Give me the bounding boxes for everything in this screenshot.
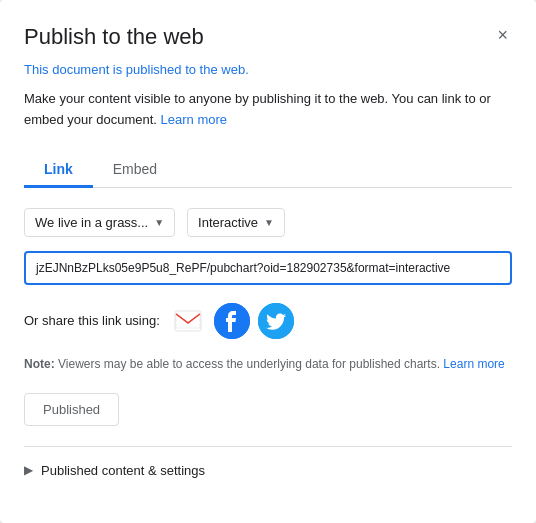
publish-to-web-dialog: Publish to the web × This document is pu… <box>0 0 536 523</box>
settings-label: Published content & settings <box>41 463 205 478</box>
note-learn-more[interactable]: Learn more <box>443 357 504 371</box>
facebook-share-button[interactable] <box>214 303 250 339</box>
dialog-header: Publish to the web × <box>24 24 512 50</box>
sheet-dropdown-arrow-icon: ▼ <box>154 217 164 228</box>
note-text: Note: Viewers may be able to access the … <box>24 355 512 373</box>
close-button[interactable]: × <box>493 24 512 46</box>
published-status: This document is published to the web. <box>24 62 512 77</box>
tab-embed[interactable]: Embed <box>93 151 177 187</box>
note-label: Note: <box>24 357 55 371</box>
format-dropdown-arrow-icon: ▼ <box>264 217 274 228</box>
description-text: Make your content visible to anyone by p… <box>24 89 512 131</box>
description-learn-more[interactable]: Learn more <box>161 112 227 127</box>
settings-arrow-icon: ▶ <box>24 463 33 477</box>
dialog-title: Publish to the web <box>24 24 204 50</box>
tabs-container: Link Embed <box>24 151 512 188</box>
format-dropdown[interactable]: Interactive ▼ <box>187 208 285 237</box>
divider <box>24 446 512 447</box>
share-icons-container <box>170 303 294 339</box>
format-dropdown-label: Interactive <box>198 215 258 230</box>
sheet-dropdown-label: We live in a grass... <box>35 215 148 230</box>
share-label: Or share this link using: <box>24 313 160 328</box>
share-section: Or share this link using: <box>24 303 512 339</box>
url-field[interactable]: jzEJNnBzPLks05e9P5u8_RePF/pubchart?oid=1… <box>24 251 512 285</box>
tab-link[interactable]: Link <box>24 151 93 187</box>
note-body: Viewers may be able to access the underl… <box>58 357 440 371</box>
description-main: Make your content visible to anyone by p… <box>24 91 491 127</box>
gmail-share-button[interactable] <box>170 303 206 339</box>
settings-row[interactable]: ▶ Published content & settings <box>24 463 512 478</box>
published-button[interactable]: Published <box>24 393 119 426</box>
twitter-share-button[interactable] <box>258 303 294 339</box>
sheet-dropdown[interactable]: We live in a grass... ▼ <box>24 208 175 237</box>
dropdowns-container: We live in a grass... ▼ Interactive ▼ <box>24 208 512 237</box>
